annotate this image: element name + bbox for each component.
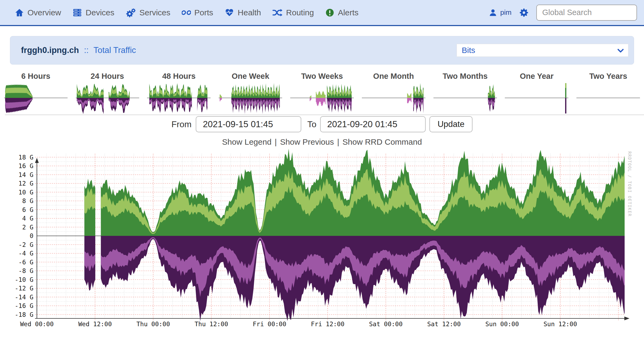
devices-icon <box>72 8 82 17</box>
link-show-legend[interactable]: Show Legend <box>222 137 272 146</box>
time-range-label: One Month <box>358 71 429 81</box>
svg-text:Sat 12:00: Sat 12:00 <box>427 321 461 328</box>
nav-menu: Overview DevicesServices Ports Health Ro… <box>15 8 370 17</box>
ports-icon <box>182 8 191 17</box>
nav-item-label: Health <box>238 8 261 17</box>
traffic-graph-container: 18 G16 G14 G12 G10 G8 G6 G4 G2 G0-2 G-4 … <box>0 148 644 336</box>
time-range-6-hours[interactable]: 6 Hours <box>0 71 72 115</box>
device-name[interactable]: frggh0.ipng.ch <box>21 45 79 55</box>
time-range-label: Two Months <box>429 71 501 81</box>
time-range-sparkline <box>4 81 68 115</box>
nav-item-label: Ports <box>194 8 213 17</box>
settings-gear-button[interactable] <box>519 8 529 17</box>
to-label: To <box>307 119 316 129</box>
nav-item-label: Overview <box>27 8 61 17</box>
time-range-two-years[interactable]: Two Years <box>572 71 644 115</box>
svg-text:Thu 00:00: Thu 00:00 <box>136 321 170 328</box>
time-range-24-hours[interactable]: 24 Hours <box>72 71 143 115</box>
svg-text:4 G: 4 G <box>22 215 33 222</box>
time-range-label: Two Weeks <box>286 71 358 81</box>
from-date-input[interactable] <box>196 116 301 132</box>
nav-item-label: Devices <box>86 8 114 17</box>
from-label: From <box>172 119 192 129</box>
time-range-label: 48 Hours <box>143 71 215 81</box>
nav-item-services[interactable]: Services <box>126 8 170 17</box>
svg-text:Fri 12:00: Fri 12:00 <box>311 321 345 328</box>
svg-text:-6 G: -6 G <box>19 259 33 266</box>
date-range-controls: From To Update <box>0 116 644 133</box>
time-range-sparkline <box>218 81 283 115</box>
username: pim <box>500 8 512 17</box>
time-range-label: Two Years <box>572 71 644 81</box>
traffic-graph[interactable]: 18 G16 G14 G12 G10 G8 G6 G4 G2 G0-2 G-4 … <box>0 148 644 336</box>
nav-item-alerts[interactable]: Alerts <box>325 8 359 17</box>
user-icon <box>489 9 497 17</box>
nav-item-overview[interactable]: Overview <box>15 8 61 17</box>
chevron-down-icon <box>617 46 624 55</box>
home-icon <box>15 8 24 17</box>
units-select[interactable]: Bits <box>457 44 628 57</box>
time-range-48-hours[interactable]: 48 Hours <box>143 71 215 115</box>
svg-text:Wed 12:00: Wed 12:00 <box>78 321 112 328</box>
time-range-sparkline <box>576 81 640 115</box>
svg-text:6 G: 6 G <box>22 206 33 213</box>
to-date-input[interactable] <box>320 116 426 132</box>
svg-text:Wed 00:00: Wed 00:00 <box>20 321 54 328</box>
health-icon <box>225 8 234 17</box>
svg-text:-12 G: -12 G <box>15 285 33 292</box>
page-title: frggh0.ipng.ch :: Total Traffic <box>21 45 136 55</box>
units-select-value: Bits <box>462 46 475 55</box>
nav-item-routing[interactable]: Routing <box>272 8 314 17</box>
svg-text:Sat 00:00: Sat 00:00 <box>369 321 403 328</box>
svg-text:Fri 00:00: Fri 00:00 <box>253 321 286 328</box>
svg-text:16 G: 16 G <box>19 162 33 169</box>
time-range-label: One Year <box>501 71 572 81</box>
link-show-previous[interactable]: Show Previous <box>280 137 334 146</box>
nav-item-health[interactable]: Health <box>225 8 261 17</box>
nav-item-ports[interactable]: Ports <box>182 8 213 17</box>
nav-item-label: Alerts <box>338 8 359 17</box>
time-range-sparkline <box>361 81 426 115</box>
nav-item-devices[interactable]: Devices <box>72 8 114 17</box>
svg-text:-10 G: -10 G <box>15 276 33 283</box>
time-range-two-months[interactable]: Two Months <box>429 71 501 115</box>
svg-text:-8 G: -8 G <box>19 267 33 274</box>
svg-text:18 G: 18 G <box>19 154 33 161</box>
time-range-one-year[interactable]: One Year <box>501 71 572 115</box>
svg-text:-16 G: -16 G <box>15 302 33 309</box>
nav-item-label: Routing <box>286 8 314 17</box>
time-range-one-month[interactable]: One Month <box>358 71 429 115</box>
link-show-rrd-command[interactable]: Show RRD Command <box>342 137 422 146</box>
time-range-label: 6 Hours <box>0 71 72 81</box>
alerts-icon <box>325 8 334 17</box>
time-range-label: One Week <box>215 71 286 81</box>
global-search-input[interactable] <box>536 5 637 21</box>
svg-text:14 G: 14 G <box>19 171 33 178</box>
nav-item-label: Services <box>139 8 170 17</box>
nav-right: pim <box>489 5 637 21</box>
time-range-thumbnails: 6 Hours24 Hours48 HoursOne WeekTwo Weeks… <box>0 71 644 115</box>
page-name-link[interactable]: Total Traffic <box>93 45 136 55</box>
svg-text:Thu 12:00: Thu 12:00 <box>195 321 228 328</box>
thumbnails-divider <box>5 115 644 115</box>
svg-text:0: 0 <box>30 232 33 239</box>
time-range-sparkline <box>290 81 354 115</box>
update-button[interactable]: Update <box>429 116 472 132</box>
services-icon <box>126 8 136 17</box>
svg-text:-2 G: -2 G <box>19 241 33 248</box>
time-range-sparkline <box>75 81 140 115</box>
time-range-one-week[interactable]: One Week <box>215 71 286 115</box>
svg-text:2 G: 2 G <box>22 224 33 231</box>
top-navbar: Overview DevicesServices Ports Health Ro… <box>0 0 644 26</box>
device-header-panel: frggh0.ipng.ch :: Total Traffic Bits <box>10 36 634 65</box>
time-range-sparkline <box>504 81 569 115</box>
time-range-two-weeks[interactable]: Two Weeks <box>286 71 358 115</box>
routing-icon <box>272 8 283 17</box>
time-range-label: 24 Hours <box>72 71 143 81</box>
title-separator: :: <box>84 45 89 55</box>
time-range-sparkline <box>433 81 498 115</box>
svg-text:-18 G: -18 G <box>15 311 33 318</box>
graph-option-links: Show Legend|Show Previous|Show RRD Comma… <box>0 137 644 147</box>
rrdtool-watermark: RRDTOOL / TOBI OETIKER <box>627 151 632 217</box>
user-menu[interactable]: pim <box>489 8 512 17</box>
